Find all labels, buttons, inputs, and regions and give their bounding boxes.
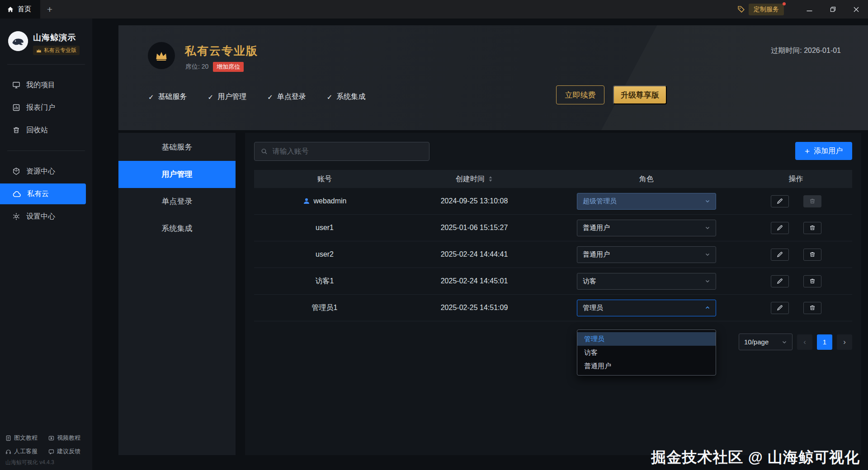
edit-button[interactable]	[771, 275, 789, 287]
subnav-item-system-integration[interactable]: 系统集成	[118, 215, 236, 242]
role-value: 超级管理员	[583, 197, 617, 206]
sidebar-item-recycle-bin[interactable]: 回收站	[0, 119, 92, 141]
role-select[interactable]: 访客	[577, 273, 716, 290]
delete-icon	[809, 225, 816, 231]
next-page-button[interactable]: ›	[837, 334, 852, 350]
search-input[interactable]	[273, 147, 423, 155]
check-icon: ✓	[148, 93, 154, 101]
delete-button[interactable]	[803, 249, 821, 261]
feature-list: ✓基础服务 ✓用户管理 ✓单点登录 ✓系统集成	[148, 92, 365, 102]
footer-link-label: 视频教程	[57, 434, 80, 442]
restore-button[interactable]	[821, 0, 844, 19]
edit-button[interactable]	[771, 249, 789, 261]
dropdown-option-guest[interactable]: 访客	[577, 346, 716, 359]
sidebar-footer: 图文教程 视频教程 人工客服 建议反馈	[5, 434, 90, 456]
sidebar-item-resource-center[interactable]: 资源中心	[0, 160, 92, 183]
subnav-item-sso[interactable]: 单点登录	[118, 188, 236, 215]
workspace-brand: 山海鲸演示 私有云专业版	[0, 19, 92, 55]
delete-button[interactable]	[803, 195, 821, 207]
role-value: 普通用户	[583, 250, 610, 259]
add-user-button[interactable]: + 添加用户	[795, 142, 852, 160]
license-card: 私有云专业版 席位: 20 增加席位 ✓基础服务 ✓用户管理 ✓单点登录 ✓系统…	[118, 25, 868, 130]
tab-home[interactable]: 首页	[0, 0, 40, 19]
page-size-select[interactable]: 10/page	[739, 334, 793, 350]
account-cell: webadmin	[254, 197, 395, 205]
minimize-button[interactable]	[797, 0, 821, 19]
role-cell: 访客	[553, 268, 740, 294]
sidebar-item-label: 资源中心	[26, 167, 55, 176]
role-select[interactable]: 超级管理员	[577, 193, 716, 210]
link-support[interactable]: 人工客服	[5, 447, 47, 456]
search-icon	[261, 148, 268, 155]
feature-label: 基础服务	[158, 92, 187, 102]
footer-link-label: 建议反馈	[57, 447, 80, 456]
content-row: 基础服务 用户管理 单点登录 系统集成 + 添加用户 账号 创	[118, 133, 868, 455]
delete-button[interactable]	[803, 222, 821, 234]
add-seats-button[interactable]: 增加席位	[213, 62, 244, 72]
sidebar-item-report-portal[interactable]: 报表门户	[0, 96, 92, 119]
sidebar-item-label: 设置中心	[26, 212, 55, 221]
sidebar-item-private-cloud[interactable]: 私有云	[0, 183, 86, 204]
tag-icon	[737, 5, 745, 13]
role-value: 普通用户	[583, 224, 610, 232]
private-cloud-icon	[12, 191, 21, 197]
subnav-item-basic-services[interactable]: 基础服务	[118, 134, 236, 161]
feature-label: 系统集成	[336, 92, 365, 102]
edit-button[interactable]	[771, 302, 789, 314]
link-doc-tutorial[interactable]: 图文教程	[5, 434, 47, 442]
edit-button[interactable]	[771, 222, 789, 234]
upgrade-button[interactable]: 升级尊享版	[613, 85, 667, 104]
account-cell: user2	[254, 250, 395, 258]
feature-item: ✓基础服务	[148, 92, 187, 102]
delete-button[interactable]	[803, 275, 821, 287]
expire-date: 过期时间: 2026-01-01	[771, 46, 841, 56]
sidebar-item-settings-center[interactable]: 设置中心	[0, 205, 92, 228]
close-button[interactable]	[844, 0, 868, 19]
page-number-1[interactable]: 1	[817, 334, 832, 350]
footer-link-label: 人工客服	[14, 447, 38, 456]
check-icon: ✓	[327, 93, 333, 101]
role-select[interactable]: 普通用户	[577, 246, 716, 263]
link-video-tutorial[interactable]: 视频教程	[48, 434, 90, 442]
subnav-item-user-management[interactable]: 用户管理	[118, 161, 236, 188]
page-size-value: 10/page	[744, 338, 769, 346]
search-box	[254, 142, 429, 161]
table-row: user2 2025-02-24 14:44:41 普通用户	[254, 241, 852, 268]
table-row: user1 2025-01-06 15:15:27 普通用户	[254, 215, 852, 241]
edit-button[interactable]	[771, 195, 789, 207]
toolbar: + 添加用户	[254, 142, 852, 161]
new-tab-button[interactable]: +	[40, 4, 59, 15]
titlebar: 首页 + 定制服务	[0, 0, 868, 19]
feature-label: 单点登录	[277, 92, 306, 102]
whale-logo-icon[interactable]	[8, 31, 28, 51]
delete-icon	[809, 251, 816, 258]
edit-icon	[777, 305, 783, 311]
header-created[interactable]: 创建时间	[395, 174, 553, 184]
prev-page-button[interactable]: ‹	[797, 334, 812, 350]
sidebar-item-my-projects[interactable]: 我的项目	[0, 74, 92, 96]
link-feedback[interactable]: 建议反馈	[48, 447, 90, 456]
feedback-icon	[48, 449, 54, 455]
header-role: 角色	[553, 174, 740, 184]
role-select[interactable]: 管理员	[577, 300, 716, 316]
dropdown-option-admin[interactable]: 管理员	[577, 332, 716, 346]
role-value: 访客	[583, 277, 596, 286]
delete-icon	[809, 278, 816, 284]
home-icon	[7, 6, 14, 13]
delete-button[interactable]	[803, 302, 821, 314]
doc-tutorial-icon	[5, 435, 11, 441]
dropdown-option-normal-user[interactable]: 普通用户	[577, 359, 716, 373]
renew-button[interactable]: 立即续费	[556, 85, 604, 104]
feature-item: ✓单点登录	[267, 92, 306, 102]
custom-service[interactable]: 定制服务	[737, 4, 784, 15]
add-user-label: 添加用户	[814, 146, 843, 156]
tab-home-label: 首页	[18, 5, 31, 14]
custom-service-badge[interactable]: 定制服务	[749, 4, 784, 15]
brand-info: 山海鲸演示 私有云专业版	[33, 31, 80, 55]
subnav: 基础服务 用户管理 单点登录 系统集成	[118, 133, 236, 455]
sidebar: 山海鲸演示 私有云专业版 我的项目 报表门户 回收站 资源中心	[0, 19, 92, 470]
actions-cell	[740, 222, 852, 234]
role-select[interactable]: 普通用户	[577, 220, 716, 236]
user-management-panel: + 添加用户 账号 创建时间 角色 操作 webadmin	[245, 133, 861, 455]
header-created-label: 创建时间	[456, 174, 485, 184]
